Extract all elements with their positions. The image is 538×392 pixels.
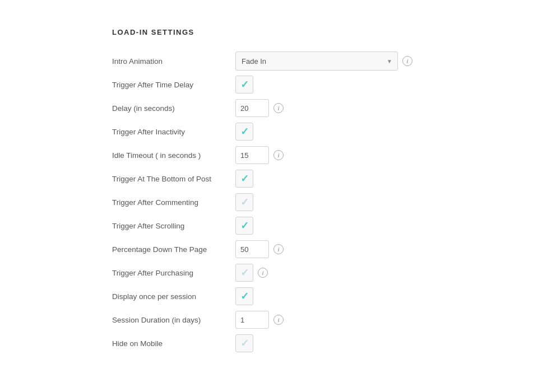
setting-row-trigger-inactivity: Trigger After Inactivity✓ bbox=[112, 120, 426, 143]
control-percentage-down: i bbox=[235, 240, 284, 258]
input-session-duration[interactable] bbox=[235, 311, 269, 329]
control-session-duration: i bbox=[235, 311, 284, 329]
info-icon-intro-animation[interactable]: i bbox=[402, 56, 412, 66]
checkmark-icon-trigger-scrolling: ✓ bbox=[240, 221, 249, 231]
input-percentage-down[interactable] bbox=[235, 240, 269, 258]
info-icon-percentage-down[interactable]: i bbox=[273, 244, 284, 254]
checkbox-trigger-inactivity[interactable]: ✓ bbox=[235, 123, 253, 141]
checkbox-trigger-purchasing[interactable]: ✓ bbox=[235, 264, 253, 282]
control-trigger-purchasing: ✓i bbox=[235, 264, 268, 282]
checkbox-display-once-session[interactable]: ✓ bbox=[235, 287, 253, 305]
checkmark-icon-trigger-purchasing: ✓ bbox=[240, 268, 249, 278]
setting-row-trigger-bottom-post: Trigger At The Bottom of Post✓ bbox=[112, 167, 426, 190]
control-trigger-inactivity: ✓ bbox=[235, 123, 253, 141]
checkbox-trigger-bottom-post[interactable]: ✓ bbox=[235, 170, 253, 188]
label-trigger-bottom-post: Trigger At The Bottom of Post bbox=[112, 175, 235, 183]
label-trigger-purchasing: Trigger After Purchasing bbox=[112, 269, 235, 277]
setting-row-intro-animation: Intro AnimationFade InSlide InNone▼i bbox=[112, 50, 426, 72]
info-icon-trigger-purchasing[interactable]: i bbox=[258, 268, 268, 278]
label-percentage-down: Percentage Down The Page bbox=[112, 245, 235, 254]
control-trigger-time-delay: ✓ bbox=[235, 76, 253, 94]
checkbox-hide-mobile[interactable]: ✓ bbox=[235, 334, 253, 352]
checkbox-trigger-time-delay[interactable]: ✓ bbox=[235, 76, 253, 94]
label-session-duration: Session Duration (in days) bbox=[112, 316, 235, 324]
info-icon-session-duration[interactable]: i bbox=[273, 315, 284, 325]
checkmark-icon-hide-mobile: ✓ bbox=[240, 338, 249, 348]
setting-row-hide-mobile: Hide on Mobile✓ bbox=[112, 332, 426, 354]
checkbox-trigger-commenting[interactable]: ✓ bbox=[235, 193, 253, 211]
checkmark-icon-display-once-session: ✓ bbox=[240, 291, 249, 301]
setting-row-session-duration: Session Duration (in days)i bbox=[112, 309, 426, 331]
control-hide-mobile: ✓ bbox=[235, 334, 253, 352]
control-display-once-session: ✓ bbox=[235, 287, 253, 305]
checkmark-icon-trigger-inactivity: ✓ bbox=[240, 127, 249, 137]
control-trigger-commenting: ✓ bbox=[235, 193, 253, 211]
checkbox-trigger-scrolling[interactable]: ✓ bbox=[235, 217, 253, 235]
label-delay-seconds: Delay (in seconds) bbox=[112, 104, 235, 113]
setting-row-trigger-time-delay: Trigger After Time Delay✓ bbox=[112, 73, 426, 96]
select-wrapper-intro-animation: Fade InSlide InNone▼ bbox=[235, 52, 398, 71]
setting-row-percentage-down: Percentage Down The Pagei bbox=[112, 238, 426, 260]
control-intro-animation: Fade InSlide InNone▼i bbox=[235, 52, 412, 71]
checkmark-icon-trigger-time-delay: ✓ bbox=[240, 80, 249, 90]
label-intro-animation: Intro Animation bbox=[112, 57, 235, 66]
settings-panel: Load-In Settings Intro AnimationFade InS… bbox=[112, 28, 426, 356]
setting-row-trigger-scrolling: Trigger After Scrolling✓ bbox=[112, 214, 426, 237]
control-delay-seconds: i bbox=[235, 99, 284, 117]
control-trigger-bottom-post: ✓ bbox=[235, 170, 253, 188]
label-trigger-scrolling: Trigger After Scrolling bbox=[112, 222, 235, 230]
setting-row-display-once-session: Display once per session✓ bbox=[112, 285, 426, 307]
select-intro-animation[interactable]: Fade InSlide InNone bbox=[235, 52, 398, 71]
checkmark-icon-trigger-bottom-post: ✓ bbox=[240, 174, 249, 184]
checkmark-icon-trigger-commenting: ✓ bbox=[240, 197, 249, 207]
label-hide-mobile: Hide on Mobile bbox=[112, 339, 235, 348]
input-delay-seconds[interactable] bbox=[235, 99, 269, 117]
label-trigger-inactivity: Trigger After Inactivity bbox=[112, 128, 235, 136]
info-icon-delay-seconds[interactable]: i bbox=[273, 103, 284, 113]
label-idle-timeout: Idle Timeout ( in seconds ) bbox=[112, 151, 235, 160]
control-trigger-scrolling: ✓ bbox=[235, 217, 253, 235]
label-trigger-time-delay: Trigger After Time Delay bbox=[112, 81, 235, 89]
setting-row-delay-seconds: Delay (in seconds)i bbox=[112, 97, 426, 119]
label-trigger-commenting: Trigger After Commenting bbox=[112, 198, 235, 207]
info-icon-idle-timeout[interactable]: i bbox=[273, 150, 284, 160]
setting-row-idle-timeout: Idle Timeout ( in seconds )i bbox=[112, 144, 426, 166]
control-idle-timeout: i bbox=[235, 146, 284, 164]
section-title: Load-In Settings bbox=[112, 28, 426, 36]
setting-row-trigger-purchasing: Trigger After Purchasing✓i bbox=[112, 262, 426, 284]
setting-row-trigger-commenting: Trigger After Commenting✓ bbox=[112, 191, 426, 213]
label-display-once-session: Display once per session bbox=[112, 292, 235, 301]
input-idle-timeout[interactable] bbox=[235, 146, 269, 164]
settings-rows: Intro AnimationFade InSlide InNone▼iTrig… bbox=[112, 50, 426, 354]
